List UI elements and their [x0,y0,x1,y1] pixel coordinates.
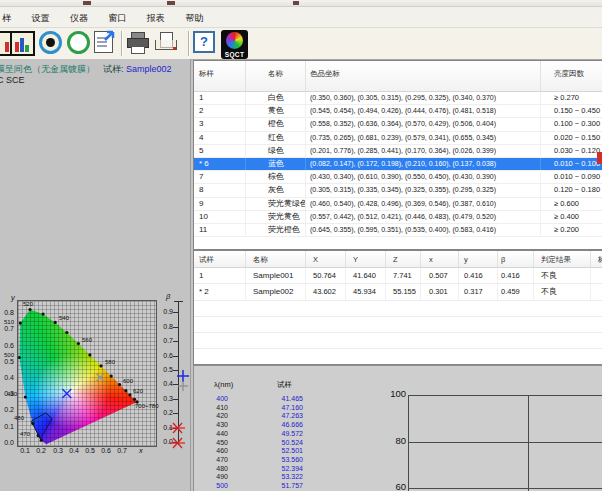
menu-item-report[interactable]: 报表 [139,8,173,28]
color-name: 荧光橙色 [246,224,306,236]
spectral-row[interactable]: 46052.501 [194,446,314,455]
spectral-row[interactable]: 40041.465 [194,394,314,403]
spectral-row[interactable]: 48052.394 [194,464,314,473]
header-beta[interactable]: β [498,251,534,267]
header-reference[interactable]: 标样 [591,251,602,267]
titlebar [0,0,602,7]
table-row[interactable]: 10 荧光黄色 (0.557, 0.442), (0.512, 0.421), … [194,211,602,224]
sample-row[interactable]: * 2 Sample002 43.602 45.934 55.155 0.301… [194,284,602,300]
bar-chart-icon[interactable] [10,31,35,56]
menu-item-instrument[interactable]: 仪器 [62,8,96,28]
header-luminance-factor[interactable]: 亮度因数 [541,61,602,91]
beta-axis-tick [174,301,183,302]
row-id: * 6 [194,158,246,170]
color-fan-icon [226,32,243,49]
row-id: 9 [194,198,246,210]
spectral-panel: λ(nm) 试样 40041.465 41047.160 42047.263 4… [193,365,602,491]
sample-row-empty [194,349,602,365]
table-row[interactable]: 11 荧光橙色 (0.645, 0.355), (0.595, 0.351), … [194,224,602,237]
print-icon[interactable] [126,31,148,53]
table-row[interactable]: 9 荧光黄绿色 (0.460, 0.540), (0.428, 0.496), … [194,198,602,211]
spectral-row[interactable]: 49053.322 [194,472,314,481]
reference-cell [591,284,602,299]
spectral-row[interactable]: 41047.160 [194,403,314,412]
value-Y: 41.640 [346,268,386,283]
coords: (0.430, 0.340), (0.610, 0.390), (0.550, … [306,171,541,183]
x-tick: 0.1 [17,447,33,454]
factor: ≥ 0.270 [541,92,602,104]
y-tick: 0.4 [0,374,14,381]
wavelength-label: 540 [59,315,69,321]
coords: (0.082, 0.147), (0.172, 0.198), (0.210, … [306,158,541,170]
app-window: 样 设置 仪器 窗口 报表 帮助 [0,0,602,491]
spectral-row[interactable]: 45050.524 [194,438,314,447]
measurement-panel: 膜呈间色（无金属镀膜）试样: Sample002 C SCE [0,59,191,491]
factor: 0.010 ~ 0.090 [541,171,602,183]
beta-tick: 0.4 [155,380,173,387]
sample-measure-icon[interactable] [67,31,90,54]
table-row[interactable]: 7 棕色 (0.430, 0.340), (0.610, 0.390), (0.… [194,171,602,184]
print-output-icon[interactable] [154,31,178,53]
sample-row[interactable]: 1 Sample001 50.764 41.640 7.741 0.507 0.… [194,268,602,284]
menu-item-help[interactable]: 帮助 [177,8,211,28]
beta-tick: 0.5 [155,366,173,373]
header-x[interactable]: x [421,251,459,267]
wavelength-label: 560 [82,337,92,343]
header-name[interactable]: 名称 [246,251,306,267]
row-id: 8 [194,184,246,196]
spectral-row[interactable]: 43046.666 [194,420,314,429]
table-row[interactable]: 5 绿色 (0.201, 0.776), (0.285, 0.441), (0.… [194,145,602,158]
table-row[interactable]: 4 红色 (0.735, 0.265), (0.681, 0.239), (0.… [194,132,602,145]
menu-item-window[interactable]: 窗口 [100,8,134,28]
beta-limit-marker-lower [169,436,185,450]
x-tick: 0.5 [82,447,98,454]
header-name[interactable]: 名称 [246,61,306,91]
header-y[interactable]: y [459,251,498,267]
color-name: 棕色 [246,171,306,183]
header-X[interactable]: X [306,251,346,267]
y-tick: 0.3 [0,390,14,397]
standard-measure-icon[interactable] [39,31,62,54]
color-name: 灰色 [246,184,306,196]
row-id: 7 [194,171,246,183]
graph-y-tick: 60 [379,481,406,491]
sample-name: Sample001 [246,268,306,283]
spectral-row[interactable]: 50051.757 [194,481,314,490]
header-Z[interactable]: Z [386,251,421,267]
spectral-row[interactable]: 42047.263 [194,411,314,420]
x-tick: 0.7 [114,447,130,454]
header-standard[interactable]: 标样 [194,61,246,91]
spectral-row[interactable]: 44049.572 [194,429,314,438]
header-sample[interactable]: 试样 [194,251,246,267]
graph-y-tick: 80 [379,435,406,446]
y-axis-label: y [11,293,15,302]
table-row[interactable]: 3 橙色 (0.558, 0.352), (0.636, 0.364), (0.… [194,118,602,131]
coords: (0.350, 0.360), (0.305, 0.315), (0.295, … [306,92,541,104]
sqct-icon[interactable]: SQCT [221,30,248,59]
header-coordinates[interactable]: 色品坐标 [306,61,541,91]
menu-item-partial[interactable]: 样 [0,8,19,28]
help-icon[interactable]: ? [193,31,215,53]
table-row[interactable]: 8 灰色 (0.305, 0.315), (0.335, 0.345), (0.… [194,184,602,197]
sample002-cross [62,389,71,398]
value-x: 0.301 [421,284,459,299]
spectral-row[interactable]: 47053.560 [194,455,314,464]
table-row-selected[interactable]: * 6 蓝色 (0.082, 0.147), (0.172, 0.198), (… [194,158,602,171]
row-id: 11 [194,224,246,236]
row-id: * 2 [194,284,246,299]
report-icon[interactable] [94,31,113,53]
header-Y[interactable]: Y [346,251,386,267]
cie-chromaticity-diagram: 520 540 560 580 600 620 700~780 510 500 … [17,300,157,447]
header-result[interactable]: 判定结果 [534,251,591,267]
value-beta: 0.416 [498,268,534,283]
graph-y-axis [408,395,409,491]
table-row[interactable]: 2 黄色 (0.545, 0.454), (0.494, 0.426), (0.… [194,105,602,118]
factor: ≥ 0.200 [541,224,602,236]
factor: 0.100 ~ 0.300 [541,118,602,130]
value-y: 0.317 [459,284,498,299]
beta-limit-marker-upper [169,421,185,435]
table-row[interactable]: 1 白色 (0.350, 0.360), (0.305, 0.315), (0.… [194,92,602,105]
titlebar-fragment [167,1,175,5]
menu-item-settings[interactable]: 设置 [23,8,57,28]
coords: (0.201, 0.776), (0.285, 0.441), (0.170, … [306,145,541,157]
